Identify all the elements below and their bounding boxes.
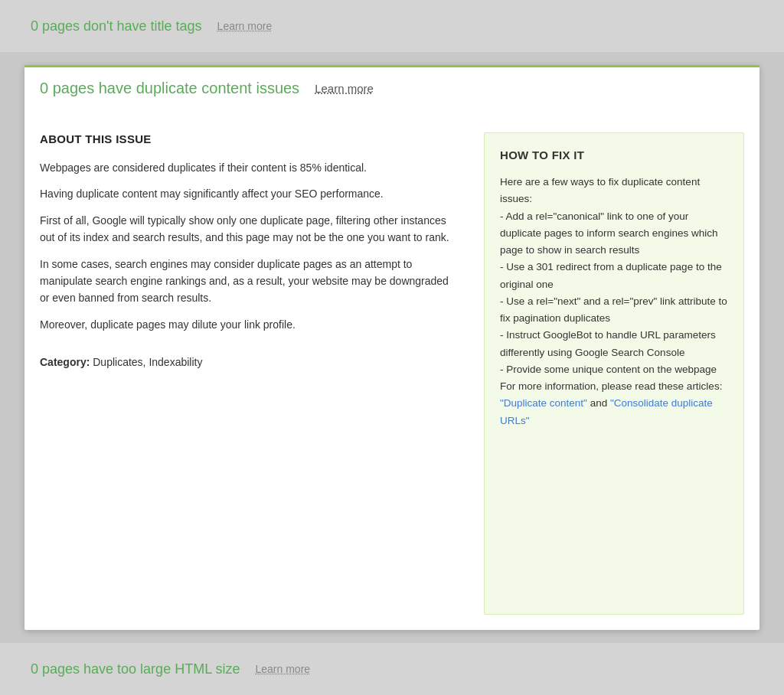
bottom-row: 0 pages have too large HTML size Learn m… bbox=[0, 643, 784, 695]
top-row-title: 0 pages don't have title tags bbox=[31, 18, 202, 34]
about-para-3: First of all, Google will typically show… bbox=[40, 212, 461, 246]
about-heading: ABOUT THIS ISSUE bbox=[40, 132, 461, 145]
about-para-1: Webpages are considered duplicates if th… bbox=[40, 159, 461, 176]
popup-learn-more[interactable]: Learn more bbox=[315, 82, 374, 95]
how-to-fix-heading: HOW TO FIX IT bbox=[500, 148, 728, 162]
category-value: Duplicates, Indexability bbox=[90, 356, 202, 368]
top-divider bbox=[0, 52, 784, 65]
popup-header: 0 pages have duplicate content issues Le… bbox=[24, 65, 760, 109]
popup-title: 0 pages have duplicate content issues bbox=[40, 80, 299, 97]
bottom-row-learn-more[interactable]: Learn more bbox=[255, 663, 310, 675]
bottom-row-title: 0 pages have too large HTML size bbox=[31, 661, 240, 677]
top-row-learn-more[interactable]: Learn more bbox=[217, 20, 273, 32]
category-line: Category: Duplicates, Indexability bbox=[40, 356, 461, 368]
popup-container: 0 pages have duplicate content issues Le… bbox=[24, 65, 760, 630]
duplicate-content-link[interactable]: "Duplicate content" bbox=[500, 397, 587, 409]
how-to-fix-text: Here are a few ways to fix duplicate con… bbox=[500, 174, 728, 429]
right-panel: HOW TO FIX IT Here are a few ways to fix… bbox=[484, 132, 744, 615]
about-para-4: In some cases, search engines may consid… bbox=[40, 256, 461, 307]
and-text: and bbox=[587, 397, 610, 409]
category-label: Category: bbox=[40, 356, 90, 368]
top-row: 0 pages don't have title tags Learn more bbox=[0, 0, 784, 52]
about-para-5: Moreover, duplicate pages may dilute you… bbox=[40, 316, 461, 333]
left-panel: ABOUT THIS ISSUE Webpages are considered… bbox=[40, 132, 469, 615]
about-para-2: Having duplicate content may significant… bbox=[40, 185, 461, 202]
popup-body: ABOUT THIS ISSUE Webpages are considered… bbox=[24, 109, 760, 630]
